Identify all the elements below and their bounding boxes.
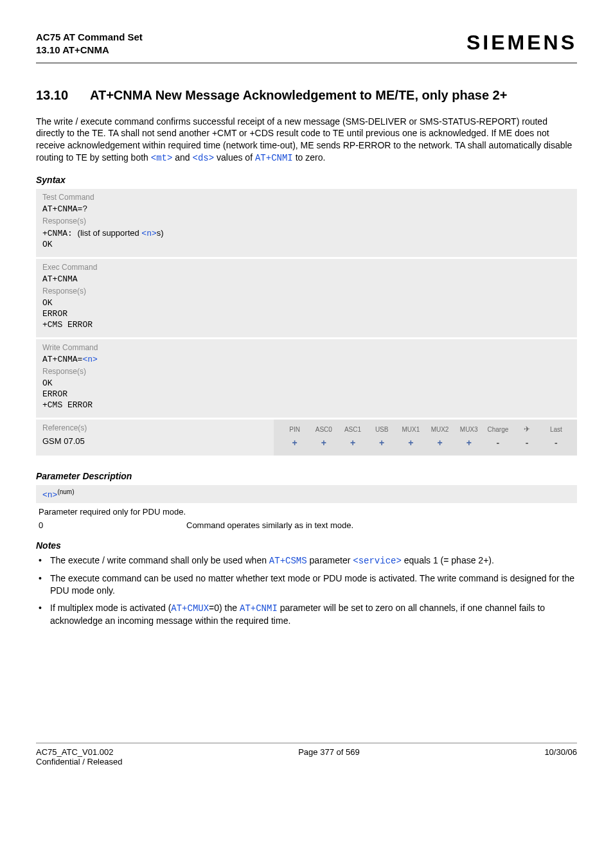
page-header: AC75 AT Command Set 13.10 AT+CNMA SIEMEN…	[36, 31, 577, 57]
col-pin: PIN	[280, 423, 309, 435]
bullet-icon: •	[39, 554, 50, 567]
write-response-label: Response(s)	[42, 367, 571, 376]
col-last: Last	[542, 423, 571, 435]
notes-list: • The execute / write command shall only…	[36, 554, 577, 626]
exec-command-block: Exec Command AT+CNMA Response(s) OK ERRO…	[36, 259, 577, 338]
section-number: 13.10	[36, 88, 90, 103]
test-resp-prefix: +CNMA:	[42, 229, 78, 238]
note-2-text: The execute command can be used no matte…	[50, 572, 577, 597]
col-charge: Charge	[483, 423, 512, 435]
reference-header-row: PIN ASC0 ASC1 USB MUX1 MUX2 MUX3 Charge …	[280, 423, 571, 435]
test-resp-n[interactable]: <n>	[141, 229, 156, 238]
intro-text-3: to zero.	[293, 152, 326, 163]
section-heading: 13.10 AT+CNMA New Message Acknowledgemen…	[36, 88, 577, 103]
footer-right: 10/30/06	[544, 747, 577, 757]
write-ok: OK	[42, 378, 571, 388]
reference-value: GSM 07.05	[42, 436, 274, 446]
doc-section-ref: 13.10 AT+CNMA	[36, 44, 143, 57]
test-command-block: Test Command AT+CNMA=? Response(s) +CNMA…	[36, 189, 577, 258]
write-command-label: Write Command	[42, 343, 571, 352]
note-1-text: The execute / write command shall only b…	[50, 554, 494, 567]
test-command-label: Test Command	[42, 193, 571, 202]
intro-and: and	[172, 152, 192, 163]
notes-heading: Notes	[36, 540, 577, 551]
val-mux1: +	[396, 435, 425, 450]
intro-paragraph: The write / execute command confirms suc…	[36, 116, 577, 165]
test-command-cmd: AT+CNMA=?	[42, 204, 571, 214]
write-command-block: Write Command AT+CNMA=<n> Response(s) OK…	[36, 339, 577, 418]
test-response-label: Response(s)	[42, 217, 571, 226]
exec-command-cmd: AT+CNMA	[42, 274, 571, 284]
service-link[interactable]: <service>	[353, 556, 402, 566]
val-asc1: +	[338, 435, 367, 450]
param-n-sup: (num)	[57, 488, 74, 495]
val-charge: -	[483, 435, 512, 450]
param-n-box: <n>(num)	[36, 485, 577, 503]
val-usb: +	[368, 435, 396, 450]
write-error: ERROR	[42, 389, 571, 399]
footer-center: Page 377 of 569	[298, 747, 359, 757]
header-rule	[36, 62, 577, 64]
exec-response-label: Response(s)	[42, 287, 571, 296]
write-command-cmd: AT+CNMA=<n>	[42, 355, 571, 364]
param-n-label[interactable]: <n>	[42, 490, 57, 500]
param-n-desc: Parameter required only for PDU mode.	[39, 507, 577, 517]
col-usb: USB	[368, 423, 396, 435]
note-1: • The execute / write command shall only…	[39, 554, 577, 567]
val-pin: +	[280, 435, 309, 450]
val-airplane: -	[513, 435, 542, 450]
doc-title: AC75 AT Command Set	[36, 31, 143, 44]
note-3-text: If multiplex mode is activated (AT+CMUX=…	[50, 602, 577, 627]
airplane-icon: ✈	[524, 425, 530, 434]
cmux-link[interactable]: AT+CMUX	[171, 603, 209, 614]
write-cmd-n[interactable]: <n>	[82, 355, 97, 364]
val-mux2: +	[425, 435, 454, 450]
exec-cms-error: +CMS ERROR	[42, 320, 571, 330]
bullet-icon: •	[39, 602, 50, 627]
csms-link[interactable]: AT+CSMS	[269, 556, 307, 566]
param-ds-link[interactable]: <ds>	[193, 153, 215, 163]
test-response-line: +CNMA: (list of supported <n>s)	[42, 228, 571, 238]
cnmi-link[interactable]: AT+CNMI	[255, 153, 293, 163]
footer-left: AC75_ATC_V01.002	[36, 747, 113, 757]
exec-ok: OK	[42, 298, 571, 308]
header-left: AC75 AT Command Set 13.10 AT+CNMA	[36, 31, 143, 57]
reference-value-row: + + + + + + + - - -	[280, 435, 571, 450]
brand-logo: SIEMENS	[466, 31, 577, 55]
reference-block: Reference(s) GSM 07.05 PIN ASC0 ASC1 USB…	[36, 420, 577, 456]
write-cmd-prefix: AT+CNMA=	[42, 355, 82, 364]
col-asc1: ASC1	[338, 423, 367, 435]
footer-rule	[36, 743, 577, 743]
bullet-icon: •	[39, 572, 50, 597]
col-mux2: MUX2	[425, 423, 454, 435]
col-mux3: MUX3	[454, 423, 483, 435]
val-mux3: +	[454, 435, 483, 450]
reference-right: PIN ASC0 ASC1 USB MUX1 MUX2 MUX3 Charge …	[274, 420, 577, 456]
param-desc-heading: Parameter Description	[36, 471, 577, 481]
exec-command-label: Exec Command	[42, 263, 571, 272]
reference-table: PIN ASC0 ASC1 USB MUX1 MUX2 MUX3 Charge …	[280, 423, 571, 450]
col-airplane: ✈	[513, 423, 542, 435]
col-asc0: ASC0	[309, 423, 338, 435]
footer-confidential: Confidential / Released	[36, 757, 577, 766]
test-ok: OK	[42, 240, 571, 249]
reference-label: Reference(s)	[42, 423, 274, 432]
param-row-0: 0 Command operates similarly as in text …	[39, 520, 577, 530]
section-title-text: AT+CNMA New Message Acknowledgement to M…	[90, 88, 577, 103]
page-footer: AC75_ATC_V01.002 Page 377 of 569 10/30/0…	[36, 747, 577, 757]
param-row-val: Command operates similarly as in text mo…	[186, 520, 353, 530]
param-mt-link[interactable]: <mt>	[151, 153, 173, 163]
syntax-heading: Syntax	[36, 175, 577, 185]
param-row-key: 0	[39, 520, 186, 530]
val-last: -	[542, 435, 571, 450]
note-3: • If multiplex mode is activated (AT+CMU…	[39, 602, 577, 627]
write-cms-error: +CMS ERROR	[42, 400, 571, 410]
cnmi-link-2[interactable]: AT+CNMI	[240, 603, 278, 614]
col-mux1: MUX1	[396, 423, 425, 435]
note-2: • The execute command can be used no mat…	[39, 572, 577, 597]
reference-left: Reference(s) GSM 07.05	[42, 423, 274, 450]
val-asc0: +	[309, 435, 338, 450]
test-resp-suffix: s)	[157, 228, 164, 238]
exec-error: ERROR	[42, 309, 571, 319]
test-resp-text: (list of supported	[78, 228, 142, 238]
